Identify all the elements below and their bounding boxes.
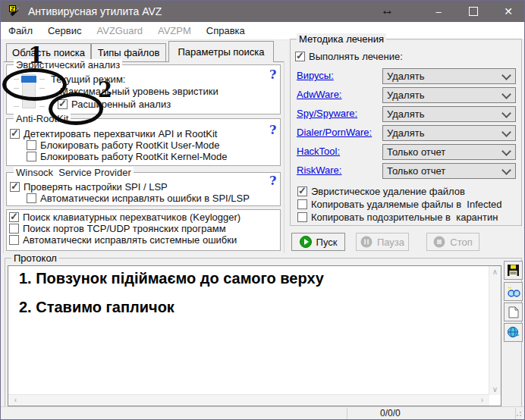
menu-file[interactable]: Файл — [1, 25, 40, 36]
slider-tick — [39, 79, 45, 80]
menu-service[interactable]: Сервис — [40, 25, 90, 36]
scroll-up-icon[interactable]: ∧ — [489, 268, 501, 276]
menu-avzguard[interactable]: AVZGuard — [90, 25, 150, 36]
vertical-scrollbar[interactable]: ∧ ∨ — [489, 266, 501, 395]
group-protocol-title: Протокол — [11, 252, 59, 264]
link-spyware[interactable]: Spy/Spyware: — [297, 108, 357, 119]
checkbox-autofix-system-errors[interactable]: Автоматически исправлять системные ошибк… — [9, 234, 237, 246]
heuristic-level-slider-thumb[interactable] — [21, 76, 36, 83]
view-log-button[interactable] — [504, 282, 523, 301]
link-hacktool[interactable]: HackTool: — [297, 146, 340, 157]
pause-icon — [360, 236, 373, 248]
link-riskware[interactable]: RiskWare: — [297, 165, 341, 176]
help-icon-winsock[interactable]: ? — [269, 174, 276, 188]
help-icon-antirootkit[interactable]: ? — [269, 123, 276, 137]
checkbox-box[interactable] — [10, 182, 20, 192]
scroll-left-icon[interactable]: ‹ — [10, 396, 21, 404]
checkbox-check-spi-lsp[interactable]: Проверять настройки SPI / LSP — [10, 181, 168, 193]
checkbox-label: Расширенный анализ — [71, 99, 171, 110]
checkbox-box[interactable] — [58, 99, 68, 109]
group-treatment-title: Методика лечения — [297, 33, 386, 45]
checkbox-block-rootkit-kernelmode[interactable]: Блокировать работу RootKit Kernel-Mode — [27, 151, 228, 162]
checkbox-box[interactable] — [27, 152, 36, 161]
checkbox-extended-analysis[interactable]: Расширенный анализ — [58, 99, 171, 110]
checkbox-box[interactable] — [9, 235, 19, 245]
checkbox-keylogger-search[interactable]: Поиск клавиатурных перехватчиков (Keylog… — [9, 212, 240, 223]
checkbox-box[interactable] — [9, 212, 19, 222]
slider-tick — [14, 79, 19, 80]
group-winsock-title: Winsock Service Provider — [14, 167, 134, 178]
chevron-down-icon — [501, 89, 511, 99]
protocol-log-area[interactable]: 1. Повзунок підіймаємо до самого верху 2… — [8, 265, 501, 406]
status-counter: 0/0/0 — [380, 408, 401, 418]
horizontal-resize-cursor-icon: ↔ — [381, 3, 394, 18]
maximize-button[interactable] — [456, 1, 491, 22]
checkbox-label: Блокировать работу RootKit Kernel-Mode — [40, 151, 228, 162]
checkbox-perform-treatment[interactable]: Выполнять лечение: — [295, 51, 403, 62]
current-mode-value: Максимальный уровень эвристики — [60, 86, 218, 97]
slider-tick — [14, 97, 19, 98]
checkbox-label: Автоматически исправлять ошибки в SPI/LS… — [40, 193, 250, 204]
scroll-down-icon[interactable]: ∨ — [489, 385, 501, 393]
clear-log-button[interactable] — [504, 302, 523, 321]
resize-grip[interactable] — [520, 415, 521, 416]
chevron-down-icon — [501, 127, 511, 137]
combo-spyware-action[interactable]: Удалять — [382, 106, 516, 122]
stop-icon — [433, 236, 445, 248]
checkbox-label: Проверять настройки SPI / LSP — [24, 181, 168, 193]
checkbox-copy-to-infected[interactable]: Копировать удаляемые файлы в Infected — [297, 199, 502, 210]
status-bar: 0/0/0 — [1, 406, 524, 419]
glasses-icon — [507, 286, 520, 298]
combo-riskware-action[interactable]: Только отчет — [382, 163, 516, 179]
checkbox-label: Копировать подозрительные в карантин — [311, 212, 498, 223]
checkbox-box[interactable] — [27, 140, 36, 150]
checkbox-box[interactable] — [27, 193, 36, 203]
menu-bar: Файл Сервис AVZGuard AVZPM Справка — [1, 22, 524, 40]
tab-search-parameters[interactable]: Параметры поиска — [168, 41, 274, 62]
horizontal-scrollbar[interactable]: ‹ › — [8, 394, 489, 406]
slider-tick — [39, 97, 45, 98]
status-separator — [515, 408, 516, 419]
checkbox-block-rootkit-usermode[interactable]: Блокировать работу RootKit User-Mode — [27, 139, 219, 151]
close-button[interactable]: ✕ — [491, 1, 525, 22]
combo-hacktool-action[interactable]: Только отчет — [382, 144, 516, 160]
checkbox-box[interactable] — [297, 212, 307, 222]
checkbox-box[interactable] — [10, 129, 20, 139]
combo-adware-action[interactable]: Удалять — [382, 87, 516, 103]
pause-button[interactable]: Пауза — [356, 233, 409, 251]
combo-value: Только отчет — [387, 165, 445, 177]
menu-help[interactable]: Справка — [199, 25, 253, 36]
combo-value: Удалять — [387, 71, 424, 82]
stop-button[interactable]: Стоп — [426, 233, 479, 251]
combo-viruses-action[interactable]: Удалять — [382, 68, 516, 84]
title-bar[interactable]: Z Антивирусная утилита AVZ ↔ – ✕ — [1, 1, 524, 22]
checkbox-box[interactable] — [297, 186, 307, 196]
close-icon: ✕ — [504, 5, 513, 17]
link-adware[interactable]: AdwWare: — [297, 89, 341, 100]
scroll-right-icon[interactable]: › — [476, 396, 488, 404]
combo-value: Удалять — [387, 127, 424, 139]
checkbox-copy-to-quarantine[interactable]: Копировать подозрительные в карантин — [297, 212, 498, 223]
menu-avzpm[interactable]: AVZPM — [150, 25, 199, 36]
help-icon-heuristic[interactable]: ? — [269, 67, 276, 82]
checkbox-box[interactable] — [295, 52, 305, 61]
checkbox-heuristic-deletion[interactable]: Эвристическое удаление файлов — [297, 186, 465, 197]
maximize-icon — [469, 7, 478, 16]
link-dialer-pornware[interactable]: Dialer/PornWare: — [297, 127, 372, 138]
checkbox-autofix-spi-lsp[interactable]: Автоматически исправлять ошибки в SPI/LS… — [27, 193, 250, 204]
chevron-down-icon — [501, 165, 511, 175]
link-viruses[interactable]: Вирусы: — [297, 70, 334, 81]
web-link-button[interactable] — [504, 323, 523, 342]
checkbox-tcp-udp-ports[interactable]: Поиск портов TCP/UDP троянских программ — [9, 223, 226, 234]
combo-dialer-action[interactable]: Удалять — [382, 125, 516, 141]
minimize-button[interactable]: – — [421, 1, 456, 22]
checkbox-box[interactable] — [297, 199, 307, 209]
slider-tick — [14, 106, 19, 107]
protocol-line: 1. Повзунок підіймаємо до самого верху — [19, 270, 324, 287]
group-anti-rootkit-title: Anti-RootKit — [14, 113, 71, 124]
save-log-button[interactable] — [504, 261, 523, 280]
checkbox-detect-api-rootkit[interactable]: Детектировать перехватчики API и RootKit — [10, 128, 217, 139]
start-button[interactable]: Пуск — [291, 233, 345, 251]
protocol-line: 2. Ставимо гапличок — [19, 299, 174, 316]
checkbox-box[interactable] — [9, 224, 19, 234]
